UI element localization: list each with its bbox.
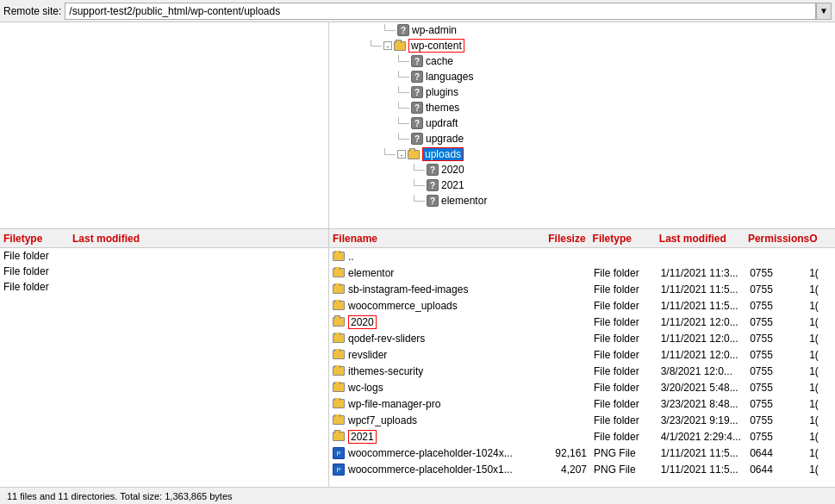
tree-label: wp-admin [412,24,457,36]
tree-label-updraft: updraft [426,117,458,129]
question-icon: ? [411,133,423,145]
col-header-filetype: Filetype [3,233,72,245]
tree-expand-wp-content[interactable]: - [383,41,392,50]
tree-label-uploads: uploads [422,147,464,161]
file-list-panel: Filename Filesize Filetype Last modified… [329,229,835,487]
status-bar: 11 files and 11 directories. Total size:… [0,487,835,504]
col-filename: Filename [333,233,539,245]
file-row[interactable]: wpcf7_uploads File folder 3/23/2021 9:19… [329,412,835,428]
tree-item-2020[interactable]: └─ ? 2020 [329,162,835,177]
col-last-modified: Last modified [659,233,748,245]
left-rows: File folder File folder File folder [0,248,328,295]
tree-item-updraft[interactable]: └─ ? updraft [329,115,835,131]
folder-icon [333,366,345,376]
file-row[interactable]: ithemes-security File folder 3/8/2021 12… [329,363,835,379]
col-o: O [809,233,832,245]
left-tree [0,22,328,228]
question-icon: ? [411,117,423,129]
png-icon: P [333,464,345,476]
file-row-2021[interactable]: 2021 File folder 4/1/2021 2:29:4... 0755… [329,428,835,445]
tree-label-upgrade: upgrade [426,133,464,145]
file-row[interactable]: elementor File folder 1/11/2021 11:3... … [329,264,835,281]
file-row[interactable]: revslider File folder 1/11/2021 12:0... … [329,346,835,363]
col-filetype: Filetype [593,233,659,245]
tree-expand-uploads[interactable]: - [397,150,406,159]
tree-label-2020: 2020 [441,164,464,176]
file-row[interactable]: .. [329,248,835,264]
folder-icon [333,268,345,277]
file-row[interactable]: wc-logs File folder 3/20/2021 5:48... 07… [329,379,835,395]
tree-label-themes: themes [426,102,459,114]
question-icon: ? [427,195,439,207]
question-icon: ? [427,179,439,191]
file-row[interactable]: qodef-rev-sliders File folder 1/11/2021 … [329,330,835,346]
file-row[interactable]: P woocommerce-placeholder-1024x... 92,16… [329,445,835,461]
folder-icon [333,350,345,359]
remote-path-input[interactable] [65,3,816,20]
file-list-headers: Filename Filesize Filetype Last modified… [329,229,835,248]
top-bar: Remote site: ▼ [0,0,835,22]
file-row[interactable]: woocommerce_uploads File folder 1/11/202… [329,297,835,314]
list-item: File folder [0,279,328,295]
question-icon: ? [411,86,423,98]
folder-icon [333,399,345,408]
tree-item-wp-content[interactable]: └─ - wp-content [329,38,835,53]
folder-icon [333,383,345,392]
tree-label-wp-content: wp-content [408,39,464,53]
folder-icon [333,333,345,343]
question-icon: ? [411,102,423,114]
tree-item-plugins[interactable]: └─ ? plugins [329,84,835,100]
left-col-headers: Filetype Last modified [0,229,328,248]
tree-label-elementor: elementor [441,195,487,207]
left-bottom: Filetype Last modified File folder File … [0,228,328,487]
tree-item-themes[interactable]: └─ ? themes [329,100,835,115]
folder-icon [394,41,406,51]
folder-icon [333,432,345,441]
folder-icon-uploads [408,150,420,159]
tree-item-languages[interactable]: └─ ? languages [329,69,835,84]
question-icon: ? [411,71,423,83]
question-icon: ? [427,164,439,176]
list-item: File folder [0,264,328,279]
folder-icon [333,317,345,327]
status-text: 11 files and 11 directories. Total size:… [7,491,233,501]
file-row-2020[interactable]: 2020 File folder 1/11/2021 12:0... 0755 … [329,314,835,330]
col-filesize: Filesize [539,233,592,245]
file-row[interactable]: wp-file-manager-pro File folder 3/23/202… [329,395,835,412]
file-list[interactable]: .. elementor File folder 1/11 [329,248,835,487]
folder-icon [333,252,345,261]
right-panel: └─ ? wp-admin └─ - wp-content └─ ? cache [329,22,835,487]
png-icon: P [333,447,345,459]
col-permissions: Permissions [748,233,809,245]
tree-item-cache[interactable]: └─ ? cache [329,53,835,69]
tree-item-upgrade[interactable]: └─ ? upgrade [329,131,835,146]
remote-label: Remote site: [3,5,61,17]
tree-label-2021: 2021 [441,179,464,191]
file-row[interactable]: P woocommerce-placeholder-150x1... 4,207… [329,461,835,477]
tree-item-elementor[interactable]: └─ ? elementor [329,193,835,208]
question-icon: ? [397,24,409,36]
file-row[interactable]: sb-instagram-feed-images File folder 1/1… [329,281,835,297]
question-icon: ? [411,55,423,67]
folder-icon [333,284,345,294]
remote-tree[interactable]: └─ ? wp-admin └─ - wp-content └─ ? cache [329,22,835,229]
tree-label-plugins: plugins [426,86,458,98]
tree-label-cache: cache [426,55,453,67]
list-item: File folder [0,248,328,264]
left-panel: Filetype Last modified File folder File … [0,22,329,487]
tree-item-wp-admin[interactable]: └─ ? wp-admin [329,22,835,38]
folder-icon [333,301,345,310]
remote-dropdown-btn[interactable]: ▼ [816,3,832,20]
tree-item-uploads[interactable]: └─ - uploads [329,146,835,162]
tree-label-languages: languages [426,71,473,83]
col-header-modified: Last modified [72,233,176,245]
tree-item-2021[interactable]: └─ ? 2021 [329,177,835,193]
folder-icon [333,415,345,425]
